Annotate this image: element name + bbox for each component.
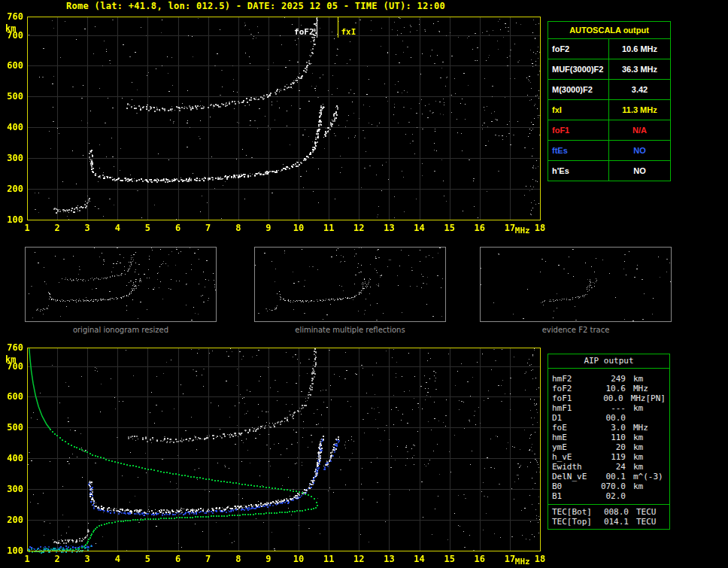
param-unit: TECU: [629, 507, 657, 517]
autoscala-row-MUF(3000)F2: MUF(3000)F236.3 MHz: [548, 59, 670, 80]
param-label: hmF1: [552, 403, 597, 413]
param-unit: km: [626, 442, 643, 452]
param-value: N/A: [609, 120, 670, 140]
autoscala-output-table: AUTOSCALA output foF210.6 MHzMUF(3000)F2…: [548, 21, 671, 181]
param-value: 00.0: [597, 413, 626, 423]
thumbnail-caption: evidence F2 trace: [480, 326, 672, 334]
autoscala-window: Rome (lat: +41.8, lon: 012.5) - DATE: 20…: [0, 0, 728, 568]
param-unit: TECU: [629, 517, 657, 527]
param-label: ftEs: [548, 141, 609, 160]
autoscala-row-foF2: foF210.6 MHz: [548, 39, 670, 59]
ionogram-bottom-canvas: [0, 342, 549, 568]
autoscala-row-ftEs: ftEsNO: [548, 141, 670, 161]
param-unit: MHz: [623, 393, 646, 403]
param-label: TEC[Top]: [552, 517, 600, 527]
aip-row-foF2: foF210.6MHz: [548, 384, 669, 393]
param-unit: km: [626, 403, 643, 413]
param-label: hmF2: [552, 374, 597, 384]
param-label: fxI: [548, 100, 609, 120]
autoscala-table-header: AUTOSCALA output: [548, 22, 670, 39]
param-label: M(3000)F2: [548, 80, 609, 99]
param-value: 110: [597, 433, 626, 442]
thumbnail-caption: eliminate multiple reflections: [254, 326, 446, 334]
param-value: 02.0: [597, 491, 626, 501]
param-unit: [626, 413, 633, 423]
aip-row-TEC[Bot]: TEC[Bot]008.0TECU: [548, 507, 669, 517]
param-label: DelN_vE: [552, 472, 597, 481]
autoscala-row-M(3000)F2: M(3000)F23.42: [548, 80, 670, 100]
thumbnail-original-ionogram: [25, 247, 217, 322]
aip-row-foE: foE3.0MHz: [548, 423, 669, 433]
param-label: foF2: [548, 39, 609, 59]
aip-tec-rows: TEC[Bot]008.0TECUTEC[Top]014.1TECU: [548, 507, 669, 527]
param-unit: km: [626, 374, 643, 384]
aip-row-TEC[Top]: TEC[Top]014.1TECU: [548, 517, 669, 527]
param-label: TEC[Bot]: [552, 507, 600, 517]
param-value: 10.6 MHz: [609, 39, 670, 59]
aip-row-B1: B102.0: [548, 491, 669, 501]
param-value: 00.1: [597, 472, 626, 481]
aip-output-table: AIP output hmF2249kmfoF210.6MHzfoF100.0M…: [548, 354, 670, 530]
aip-row-D1: D100.0: [548, 413, 669, 423]
param-unit: MHz: [626, 423, 648, 433]
param-label: ymE: [552, 442, 597, 452]
param-unit: km: [626, 462, 643, 472]
aip-row-h_vE: h_vE119km: [548, 452, 669, 462]
autoscala-table-rows: foF210.6 MHzMUF(3000)F236.3 MHzM(3000)F2…: [548, 39, 670, 181]
aip-row-hmF1: hmF1---km: [548, 403, 669, 413]
aip-table-header: AIP output: [548, 354, 669, 369]
param-label: foF2: [552, 384, 597, 393]
aip-row-ymE: ymE20km: [548, 442, 669, 452]
param-unit: km: [626, 481, 643, 491]
param-flag: [PN]: [646, 393, 666, 403]
autoscala-row-h'Es: h'EsNO: [548, 161, 670, 181]
aip-row-hmE: hmE110km: [548, 433, 669, 442]
param-unit: km: [626, 452, 643, 462]
param-value: 249: [597, 374, 626, 384]
param-value: 3.42: [609, 80, 670, 99]
param-value: 119: [597, 452, 626, 462]
param-label: foF1: [552, 393, 596, 403]
aip-table-rows: hmF2249kmfoF210.6MHzfoF100.0MHz[PN]hmF1-…: [548, 374, 669, 501]
param-label: B0: [552, 481, 597, 491]
param-value: 24: [597, 462, 626, 472]
aip-row-Ewidth: Ewidth24km: [548, 462, 669, 472]
param-value: 008.0: [600, 507, 629, 517]
param-label: hmE: [552, 433, 597, 442]
param-value: 014.1: [600, 517, 629, 527]
param-label: foF1: [548, 120, 609, 140]
aip-row-B0: B0070.0km: [548, 481, 669, 491]
aip-row-foF1: foF100.0MHz[PN]: [548, 393, 669, 403]
station-date-header: Rome (lat: +41.8, lon: 012.5) - DATE: 20…: [66, 1, 445, 11]
param-value: ---: [597, 403, 626, 413]
param-label: B1: [552, 491, 597, 501]
thumbnail-evidence-f2-trace: [480, 247, 672, 322]
thumbnail-caption: original ionogram resized: [25, 326, 217, 334]
param-value: 36.3 MHz: [609, 59, 670, 79]
param-label: MUF(3000)F2: [548, 59, 609, 79]
aip-row-DelN_vE: DelN_vE00.1m^(-3): [548, 472, 669, 481]
param-value: NO: [609, 141, 670, 160]
param-unit: km: [626, 433, 643, 442]
param-label: foE: [552, 423, 597, 433]
param-unit: [626, 491, 633, 501]
param-unit: m^(-3): [626, 472, 663, 481]
param-value: 00.0: [596, 393, 623, 403]
param-label: h_vE: [552, 452, 597, 462]
thumbnail-eliminate-reflections: [254, 247, 446, 322]
ionogram-top-canvas: [0, 11, 549, 236]
param-value: 070.0: [597, 481, 626, 491]
autoscala-row-fxI: fxI11.3 MHz: [548, 100, 670, 120]
autoscala-row-foF1: foF1N/A: [548, 120, 670, 141]
param-value: 3.0: [597, 423, 626, 433]
aip-row-hmF2: hmF2249km: [548, 374, 669, 384]
aip-tec-divider: [548, 504, 669, 505]
param-label: h'Es: [548, 161, 609, 181]
param-label: D1: [552, 413, 597, 423]
param-value: 10.6: [597, 384, 626, 393]
param-value: 20: [597, 442, 626, 452]
param-label: Ewidth: [552, 462, 597, 472]
param-value: NO: [609, 161, 670, 181]
param-unit: MHz: [626, 384, 648, 393]
param-value: 11.3 MHz: [609, 100, 670, 120]
